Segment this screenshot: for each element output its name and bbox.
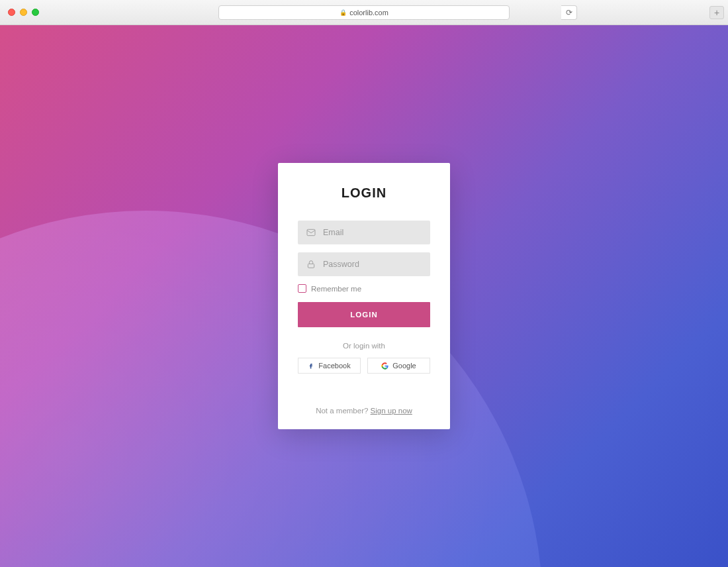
social-login-row: Facebook Google [298, 358, 430, 374]
remember-me-row[interactable]: Remember me [298, 284, 430, 293]
password-input[interactable] [323, 260, 422, 269]
lock-icon: 🔒 [340, 9, 347, 16]
signup-prompt: Not a member? [316, 407, 370, 415]
google-label: Google [392, 362, 416, 370]
mail-icon [306, 227, 316, 238]
lock-icon [306, 259, 316, 270]
svg-rect-0 [307, 229, 315, 235]
social-divider-text: Or login with [298, 342, 430, 350]
reload-button[interactable]: ⟳ [561, 5, 577, 20]
password-field-wrapper[interactable] [298, 252, 430, 276]
svg-rect-1 [308, 264, 314, 268]
email-input[interactable] [323, 228, 422, 237]
zoom-window-button[interactable] [32, 9, 39, 16]
page-viewport: LOGIN Remember me LOGIN Or login with [0, 25, 728, 567]
facebook-icon [308, 362, 314, 369]
minimize-window-button[interactable] [20, 9, 27, 16]
signup-footer: Not a member? Sign up now [298, 407, 430, 415]
card-title: LOGIN [298, 185, 430, 201]
browser-chrome: 🔒 colorlib.com ⟳ + [0, 0, 728, 25]
login-button[interactable]: LOGIN [298, 302, 430, 327]
login-card: LOGIN Remember me LOGIN Or login with [278, 163, 450, 429]
background-blob [0, 211, 543, 567]
remember-label: Remember me [311, 285, 361, 293]
remember-checkbox[interactable] [298, 284, 306, 293]
address-bar[interactable]: 🔒 colorlib.com [218, 5, 510, 20]
facebook-label: Facebook [318, 362, 350, 370]
signup-link[interactable]: Sign up now [371, 407, 412, 415]
window-traffic-lights [8, 9, 39, 16]
address-bar-text: colorlib.com [349, 9, 388, 17]
email-field-wrapper[interactable] [298, 221, 430, 244]
google-login-button[interactable]: Google [367, 358, 430, 374]
new-tab-button[interactable]: + [709, 6, 724, 19]
facebook-login-button[interactable]: Facebook [298, 358, 361, 374]
google-icon [381, 362, 388, 370]
close-window-button[interactable] [8, 9, 15, 16]
